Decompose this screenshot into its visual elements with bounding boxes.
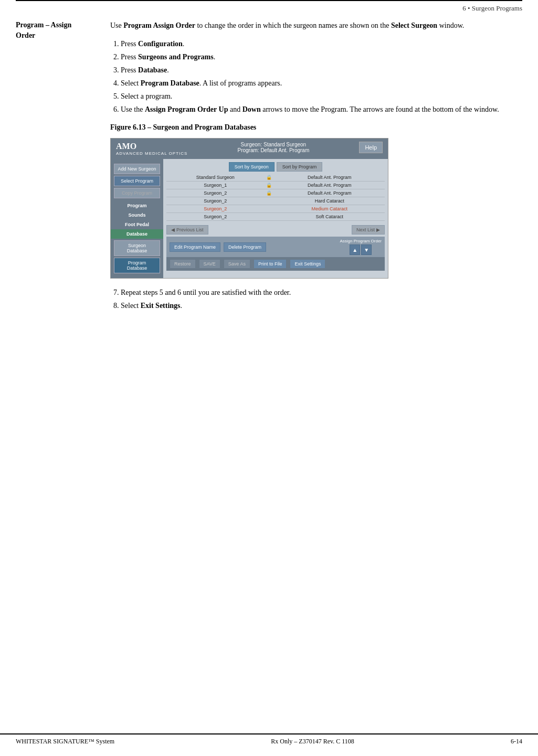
top-rule	[16, 0, 522, 4]
program-cell: Default Ant. Program	[274, 189, 385, 197]
surgeon-cell: Surgeon_2	[166, 205, 264, 213]
table-row[interactable]: Surgeon_2 Hard Cataract	[166, 197, 385, 205]
ss-assign-arrows: ▲ ▼	[350, 244, 372, 255]
ss-program-label: Program	[111, 200, 163, 209]
ss-up-arrow-btn[interactable]: ▲	[350, 244, 360, 255]
ss-sort-row: Sort by Surgeon Sort by Program	[166, 162, 385, 172]
steps-before-list: Press Configuration. Press Surgeons and …	[121, 38, 522, 115]
program-cell: Medium Cataract	[274, 205, 385, 213]
footer-center: Rx Only – Z370147 Rev. C 1108	[271, 738, 354, 746]
ss-delete-program-btn[interactable]: Delete Program	[224, 242, 266, 252]
table-row[interactable]: Standard Surgeon 🔒 Default Ant. Program	[166, 174, 385, 182]
page-content: Program – Assign Order Use Program Assig…	[0, 15, 538, 320]
step-1: Press Configuration.	[121, 38, 522, 49]
ss-surgeon-info: Surgeon: Standard Surgeon Program: Defau…	[238, 142, 310, 153]
footer-right: 6-14	[511, 738, 522, 746]
table-row[interactable]: Surgeon_2 Soft Cataract	[166, 213, 385, 221]
ss-exit-settings-btn[interactable]: Exit Settings	[290, 259, 325, 269]
ss-main-area: Sort by Surgeon Sort by Program Standard…	[163, 159, 388, 278]
ss-assign-label: Assign Program Order	[340, 239, 382, 243]
program-cell: Hard Cataract	[274, 197, 385, 205]
ss-copy-program-btn[interactable]: Copy Program	[114, 188, 160, 198]
icon-cell: 🔒	[264, 182, 274, 189]
figure-title: Figure 6.13 – Surgeon and Program Databa…	[110, 123, 522, 132]
amo-logo-big: AMO	[116, 142, 136, 151]
ss-restore-btn[interactable]: Restore	[170, 259, 196, 269]
step-3: Press Database.	[121, 65, 522, 76]
ss-down-arrow-btn[interactable]: ▼	[361, 244, 372, 255]
step-2: Press Surgeons and Programs.	[121, 51, 522, 62]
chapter-header: 6 • Surgeon Programs	[0, 4, 538, 15]
table-row[interactable]: Surgeon_2 🔒 Default Ant. Program	[166, 189, 385, 197]
ss-foot-pedal-label: Foot Pedal	[111, 219, 163, 228]
ss-select-program-btn[interactable]: Select Program	[114, 176, 160, 186]
table-row[interactable]: Surgeon_1 🔒 Default Ant. Program	[166, 182, 385, 189]
ss-save-btn[interactable]: SAVE	[199, 259, 220, 269]
ss-print-to-file-btn[interactable]: Print to File	[254, 259, 287, 269]
ss-surgeon-db-btn[interactable]: Surgeon Database	[114, 240, 160, 256]
ss-sidebar: Add New Surgeon Select Program Copy Prog…	[111, 159, 163, 278]
next-arrow-icon: ▶	[376, 227, 380, 232]
ss-program-db-btn[interactable]: Program Database	[114, 258, 160, 273]
ss-edit-program-btn[interactable]: Edit Program Name	[170, 242, 220, 252]
ss-sort-surgeon-btn[interactable]: Sort by Surgeon	[229, 162, 275, 172]
icon-cell: 🔒	[264, 174, 274, 182]
surgeon-cell: Standard Surgeon	[166, 174, 264, 182]
ss-header: AMO ADVANCED MEDICAL OPTICS Surgeon: Sta…	[111, 139, 388, 159]
icon-cell	[264, 197, 274, 205]
step-7: Repeat steps 5 and 6 until you are satis…	[121, 287, 522, 298]
ss-footer-bar: Restore SAVE Save As Print to File Exit …	[166, 257, 385, 271]
amo-logo-sub: ADVANCED MEDICAL OPTICS	[116, 151, 187, 156]
figure-screenshot: AMO ADVANCED MEDICAL OPTICS Surgeon: Sta…	[110, 138, 388, 279]
ss-prev-list-btn[interactable]: ◀ Previous List	[166, 225, 208, 235]
footer-left: WHITESTAR SIGNATURE™ System	[16, 738, 114, 746]
ss-nav-row: ◀ Previous List Next List ▶	[166, 223, 385, 237]
right-column: Use Program Assign Order to change the o…	[110, 20, 522, 320]
page-footer: WHITESTAR SIGNATURE™ System Rx Only – Z3…	[0, 733, 538, 746]
ss-next-list-btn[interactable]: Next List ▶	[352, 225, 385, 235]
intro-text: Use Program Assign Order to change the o…	[110, 20, 522, 31]
ss-assign-group: Assign Program Order ▲ ▼	[340, 239, 382, 255]
surgeon-cell: Surgeon_2	[166, 213, 264, 221]
chapter-title: 6 • Surgeon Programs	[462, 4, 522, 13]
ss-database-label: Database	[111, 229, 163, 239]
program-cell: Soft Cataract	[274, 213, 385, 221]
ss-bottom-bar: Edit Program Name Delete Program Assign …	[166, 237, 385, 257]
step-5: Select a program.	[121, 91, 522, 102]
ss-sounds-label: Sounds	[111, 209, 163, 219]
ss-sort-program-btn[interactable]: Sort by Program	[277, 162, 323, 172]
step-4: Select Program Database. A list of progr…	[121, 78, 522, 89]
step-6: Use the Assign Program Order Up and Down…	[121, 104, 522, 115]
icon-cell	[264, 205, 274, 213]
ss-save-as-btn[interactable]: Save As	[224, 259, 250, 269]
program-cell: Default Ant. Program	[274, 174, 385, 182]
section-title: Program – Assign Order	[16, 20, 100, 40]
left-column: Program – Assign Order	[16, 20, 110, 320]
ss-programs-table: Standard Surgeon 🔒 Default Ant. Program …	[166, 174, 385, 221]
icon-cell	[264, 213, 274, 221]
ss-add-surgeon-btn[interactable]: Add New Surgeon	[114, 164, 160, 174]
surgeon-cell: Surgeon_2	[166, 189, 264, 197]
ss-logo: AMO ADVANCED MEDICAL OPTICS	[116, 142, 187, 156]
ss-body: Add New Surgeon Select Program Copy Prog…	[111, 159, 388, 278]
steps-after-list: Repeat steps 5 and 6 until you are satis…	[121, 287, 522, 311]
ss-help-button[interactable]: Help	[359, 142, 383, 153]
step-8: Select Exit Settings.	[121, 300, 522, 311]
icon-cell: 🔒	[264, 189, 274, 197]
surgeon-cell: Surgeon_2	[166, 197, 264, 205]
program-cell: Default Ant. Program	[274, 182, 385, 189]
table-row-highlighted[interactable]: Surgeon_2 Medium Cataract	[166, 205, 385, 213]
prev-arrow-icon: ◀	[171, 227, 175, 232]
surgeon-cell: Surgeon_1	[166, 182, 264, 189]
